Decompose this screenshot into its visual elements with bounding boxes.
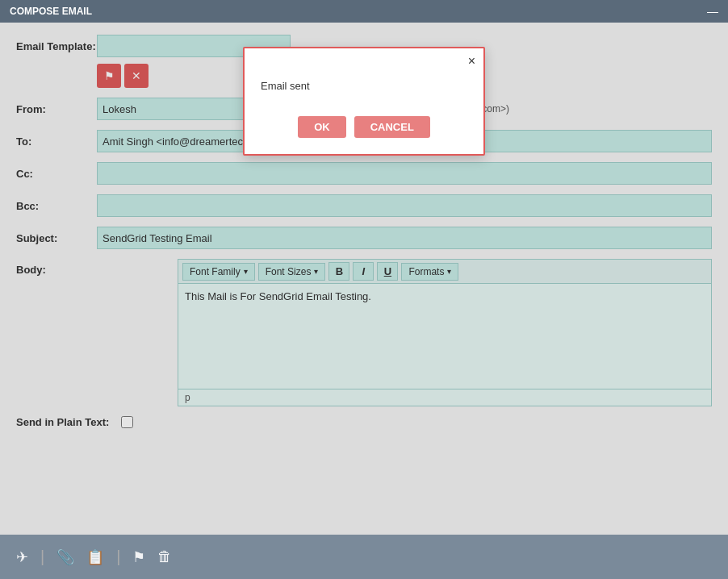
divider-2: |	[116, 548, 120, 566]
title-bar: COMPOSE EMAIL —	[0, 0, 728, 23]
window-minimize-button[interactable]: —	[707, 5, 718, 18]
divider-1: |	[40, 548, 44, 566]
modal-header: ×	[245, 48, 483, 68]
modal-ok-button[interactable]: OK	[298, 116, 346, 138]
modal-message: Email sent	[261, 80, 310, 92]
modal-close-button[interactable]: ×	[468, 55, 475, 68]
bottom-toolbar: ✈ | 📎 📋 | ⚑ 🗑	[0, 535, 728, 579]
attach-icon[interactable]: 📎	[56, 548, 74, 566]
modal-cancel-button[interactable]: CANCEL	[354, 116, 430, 138]
trash-icon[interactable]: 🗑	[157, 548, 172, 565]
modal-body: Email sent	[245, 68, 483, 108]
compose-email-window: COMPOSE EMAIL — Email Template: ⚑ ✕ From…	[0, 0, 728, 579]
modal-overlay: × Email sent OK CANCEL	[0, 23, 728, 535]
send-icon[interactable]: ✈	[16, 548, 28, 566]
email-sent-modal: × Email sent OK CANCEL	[243, 47, 485, 156]
flag-bottom-icon[interactable]: ⚑	[132, 548, 145, 566]
modal-footer: OK CANCEL	[245, 108, 483, 154]
window-title: COMPOSE EMAIL	[10, 6, 92, 17]
main-content: Email Template: ⚑ ✕ From: From: Lokesh <…	[0, 23, 728, 535]
doc-icon[interactable]: 📋	[86, 548, 104, 566]
